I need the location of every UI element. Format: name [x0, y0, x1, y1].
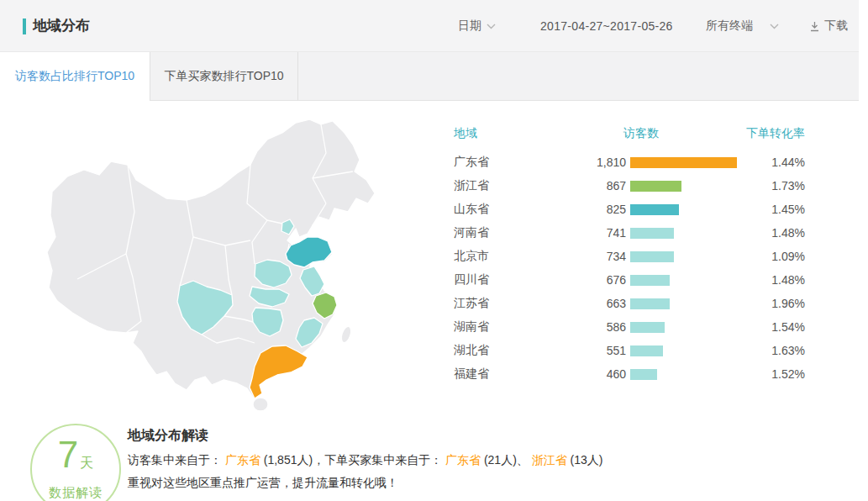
map-region-shandong[interactable] — [286, 237, 332, 267]
conversion-cell: 1.48% — [771, 273, 805, 287]
map-region-taiwan[interactable] — [339, 325, 353, 344]
visitors-bar — [630, 204, 679, 215]
insight-heading: 地域分布解读 — [128, 427, 834, 445]
insight-section: 地域分布解读 访客集中来自于： 广东省 (1,851人)，下单买家集中来自于： … — [128, 427, 834, 498]
visitors-bar — [630, 298, 670, 309]
visitors-value-cell: 460 — [546, 367, 626, 381]
insight-text-part: (21人)、 — [481, 453, 532, 467]
table-row: 广东省 1,810 1.44% — [445, 150, 805, 174]
conversion-cell: 1.09% — [771, 250, 805, 263]
visitors-bar — [630, 345, 663, 356]
conversion-cell: 1.45% — [771, 203, 805, 216]
region-name-cell: 浙江省 — [445, 178, 546, 193]
date-range-value[interactable]: 2017-04-27~2017-05-26 — [540, 0, 673, 52]
visitors-value-cell: 551 — [546, 344, 626, 357]
column-header-region: 地域 — [454, 126, 477, 141]
page-title: 地域分布 — [33, 16, 90, 36]
download-label: 下载 — [824, 18, 848, 34]
page-title-wrap: 地域分布 — [23, 16, 90, 36]
region-name-cell: 湖北省 — [445, 343, 546, 358]
region-name-cell: 湖南省 — [445, 319, 546, 335]
insight-badge-number: 7 — [58, 434, 78, 475]
region-name-cell: 河南省 — [445, 225, 546, 240]
tab-buyer-ranking[interactable]: 下单买家数排行TOP10 — [150, 52, 298, 100]
table-row: 四川省 676 1.48% — [445, 268, 805, 292]
visitors-value-cell: 867 — [546, 179, 626, 192]
visitor-ranking-table: 地域 访客数 下单转化率 广东省 1,810 1.44% 浙江省 867 1.7… — [445, 126, 805, 386]
download-icon — [809, 21, 820, 32]
table-row: 江苏省 663 1.96% — [445, 292, 805, 315]
visitors-value-cell: 663 — [546, 297, 626, 310]
download-button[interactable]: 下载 — [809, 0, 848, 52]
visitors-value-cell: 586 — [546, 320, 626, 334]
conversion-cell: 1.54% — [771, 320, 805, 334]
visitors-bar — [630, 228, 674, 239]
table-row: 浙江省 867 1.73% — [445, 174, 805, 198]
insight-text-part: (13人) — [567, 453, 603, 467]
insight-badge-unit: 天 — [80, 456, 93, 470]
visitors-value-cell: 741 — [546, 226, 626, 240]
insight-line1: 访客集中来自于： 广东省 (1,851人)，下单买家集中来自于： 广东省 (21… — [128, 452, 834, 467]
terminal-filter-dropdown[interactable]: 所有终端 — [706, 0, 779, 52]
conversion-cell: 1.96% — [771, 297, 805, 310]
visitors-bar — [630, 157, 737, 168]
region-name-cell: 江苏省 — [445, 296, 546, 311]
visitors-bar — [630, 251, 674, 262]
table-row: 河南省 741 1.48% — [445, 221, 805, 245]
table-row: 福建省 460 1.52% — [445, 362, 805, 386]
date-filter-dropdown[interactable]: 日期 — [458, 0, 496, 52]
chevron-down-icon — [770, 24, 779, 29]
table-row: 湖南省 586 1.54% — [445, 315, 805, 339]
conversion-cell: 1.48% — [771, 226, 805, 240]
table-header-row: 地域 访客数 下单转化率 — [445, 126, 805, 145]
insight-badge-days: 7天 — [32, 435, 119, 483]
region-name-cell: 四川省 — [445, 272, 546, 287]
region-name-cell: 山东省 — [445, 202, 546, 217]
insight-line2: 重视对这些地区重点推广运营，提升流量和转化哦！ — [128, 475, 834, 490]
visitors-bar — [630, 369, 657, 380]
title-accent-bar — [23, 18, 26, 34]
insight-region-highlight: 广东省 — [445, 453, 481, 467]
insight-badge-label: 数据解读 — [32, 485, 119, 501]
table-row: 北京市 734 1.09% — [445, 245, 805, 268]
regional-distribution-page: 地域分布 日期 2017-04-27~2017-05-26 所有终端 下载 访客… — [0, 0, 868, 501]
visitors-bar — [630, 322, 665, 333]
column-header-visitors: 访客数 — [623, 126, 659, 141]
map-region-hainan[interactable] — [253, 398, 268, 411]
conversion-cell: 1.63% — [771, 344, 805, 357]
visitors-bar — [630, 275, 670, 286]
column-header-conversion: 下单转化率 — [746, 126, 805, 141]
china-map — [34, 108, 420, 417]
insight-region-highlight: 浙江省 — [532, 453, 567, 467]
table-row: 湖北省 551 1.63% — [445, 339, 805, 362]
visitors-value-cell: 825 — [546, 203, 626, 216]
region-name-cell: 福建省 — [445, 367, 546, 382]
conversion-cell: 1.44% — [771, 156, 805, 169]
tab-visitor-ranking[interactable]: 访客数占比排行TOP10 — [0, 52, 150, 101]
conversion-cell: 1.52% — [771, 367, 805, 381]
visitors-bar — [630, 181, 681, 192]
insight-text-part: 访客集中来自于： — [128, 453, 225, 467]
region-name-cell: 北京市 — [445, 249, 546, 264]
insight-text-part: (1,851人)，下单买家集中来自于： — [260, 453, 445, 467]
table-row: 山东省 825 1.45% — [445, 198, 805, 221]
tabbar: 访客数占比排行TOP10 下单买家数排行TOP10 — [0, 52, 859, 101]
topbar: 地域分布 日期 2017-04-27~2017-05-26 所有终端 下载 — [0, 0, 859, 52]
date-filter-label: 日期 — [458, 18, 481, 34]
conversion-cell: 1.73% — [771, 179, 805, 192]
terminal-filter-label: 所有终端 — [706, 18, 753, 34]
visitors-value-cell: 676 — [546, 273, 626, 287]
chevron-down-icon — [487, 24, 496, 29]
visitors-value-cell: 1,810 — [546, 156, 626, 169]
ranking-rows: 广东省 1,810 1.44% 浙江省 867 1.73% 山东省 825 1.… — [445, 150, 805, 386]
insight-badge-circle: 7天 数据解读 — [30, 424, 121, 501]
insight-region-highlight: 广东省 — [225, 453, 260, 467]
region-name-cell: 广东省 — [445, 155, 546, 170]
visitors-value-cell: 734 — [546, 250, 626, 263]
